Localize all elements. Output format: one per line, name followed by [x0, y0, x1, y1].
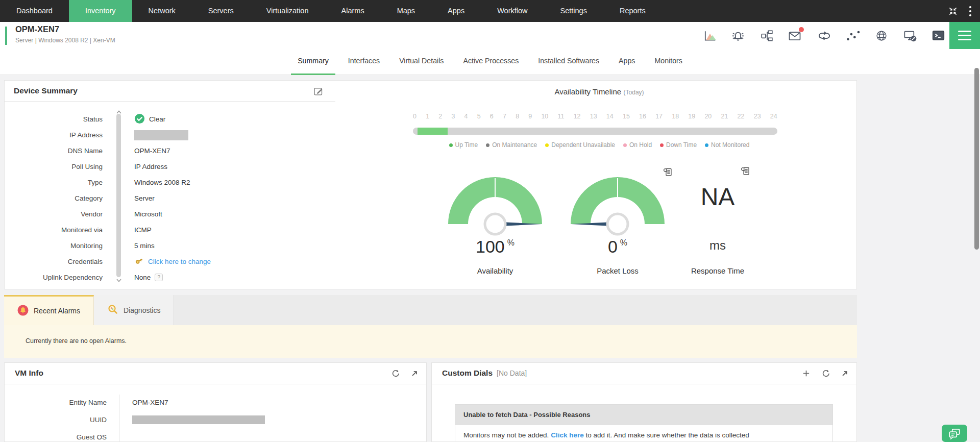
web-globe-icon[interactable]	[875, 29, 888, 42]
field-label: Category	[12, 194, 103, 202]
hamburger-menu-button[interactable]	[949, 22, 980, 49]
edit-icon[interactable]	[313, 86, 324, 99]
nav-item-apps[interactable]: Apps	[431, 0, 481, 22]
field-label: Poll Using	[12, 163, 103, 170]
gauge-label: Availability	[429, 266, 561, 275]
tab-active-processes[interactable]: Active Processes	[456, 49, 525, 75]
refresh-icon[interactable]	[391, 369, 400, 378]
hour-tick: 24	[770, 113, 777, 120]
alarm-bell-icon[interactable]	[731, 29, 745, 42]
tab-summary[interactable]: Summary	[291, 49, 335, 75]
nav-menu: DashboardInventoryNetworkServersVirtuali…	[0, 0, 662, 22]
field-value: ICMP	[134, 226, 330, 234]
device-summary-fields: Status Clear IP Address DNS Name OPM-XEN…	[12, 104, 330, 289]
hour-tick: 8	[516, 113, 519, 120]
legend-dot	[660, 143, 664, 147]
field-value: IP Address	[134, 163, 330, 170]
dependency-link-icon[interactable]	[817, 29, 832, 42]
hour-tick: 9	[528, 113, 532, 120]
vm-row-entity-name: Entity Name OPM-XEN7	[5, 397, 426, 408]
redacted-value	[132, 415, 265, 424]
hour-tick: 15	[623, 113, 630, 120]
vm-info-header: VM Info	[5, 363, 426, 384]
tab-apps[interactable]: Apps	[612, 49, 642, 75]
kebab-menu-icon[interactable]	[969, 6, 972, 17]
page-scrollbar-thumb[interactable]	[974, 68, 979, 250]
top-navigation: DashboardInventoryNetworkServersVirtuali…	[0, 0, 980, 22]
field-value: Clear	[134, 113, 330, 126]
scroll-down-icon[interactable]	[116, 276, 122, 285]
nav-item-maps[interactable]: Maps	[381, 0, 431, 22]
field-value: None?	[134, 274, 330, 281]
availability-gauge: 100% Availability	[429, 171, 561, 281]
credentials-change-link[interactable]: Click here to change	[148, 258, 211, 265]
error-body: Monitors may not be added. Click here to…	[455, 425, 832, 442]
summary-row-monitored-via: Monitored via ICMP	[12, 222, 330, 238]
collapse-icon[interactable]	[947, 6, 959, 17]
tab-diagnostics[interactable]: Diagnostics	[94, 295, 174, 325]
legend-not-monitored: Not Monitored	[705, 141, 749, 149]
field-label: Credentials	[12, 258, 103, 265]
refresh-icon[interactable]	[821, 369, 830, 378]
legend-on-maintenance: On Maintenance	[486, 141, 537, 149]
alarms-empty-panel: Currently there are no open Alarms.	[4, 325, 857, 358]
vm-info-fields: Entity Name OPM-XEN7 UUID Guest OS	[5, 397, 426, 442]
field-value: OPM-XEN7	[134, 147, 330, 155]
hour-tick: 7	[503, 113, 506, 120]
timeline-legend: Up TimeOn MaintenanceDependent Unavailab…	[362, 141, 837, 149]
device-tabs: SummaryInterfacesVirtual DetailsActive P…	[0, 49, 980, 75]
tab-recent-alarms[interactable]: Recent Alarms	[4, 295, 94, 325]
device-toolbar	[703, 22, 945, 49]
legend-dot	[705, 143, 708, 147]
workflow-icon[interactable]	[760, 29, 773, 42]
nav-item-dashboard[interactable]: Dashboard	[0, 0, 69, 22]
field-label: Type	[12, 179, 103, 186]
hour-tick: 12	[574, 113, 581, 120]
nav-item-inventory[interactable]: Inventory	[69, 0, 132, 22]
expand-icon[interactable]	[411, 370, 418, 377]
sparkline-icon[interactable]	[846, 29, 861, 42]
summary-row-uplink-dependency: Uplink Dependency None?	[12, 269, 330, 285]
response-time-readout: NA ms Response Time	[651, 171, 784, 281]
field-label: Monitoring	[12, 242, 103, 250]
summary-row-credentials: Credentials Click here to change	[12, 254, 330, 269]
nav-item-settings[interactable]: Settings	[544, 0, 603, 22]
nav-item-reports[interactable]: Reports	[603, 0, 662, 22]
field-label: UUID	[5, 416, 107, 424]
summary-row-category: Category Server	[12, 190, 330, 206]
legend-dot	[623, 143, 627, 147]
help-badge[interactable]: ?	[155, 274, 163, 281]
nav-item-alarms[interactable]: Alarms	[325, 0, 381, 22]
tab-virtual-details[interactable]: Virtual Details	[393, 49, 450, 75]
chat-support-button[interactable]	[942, 425, 967, 442]
chat-icon	[947, 427, 962, 442]
nav-item-servers[interactable]: Servers	[192, 0, 250, 22]
nav-item-network[interactable]: Network	[132, 0, 192, 22]
hour-tick: 23	[754, 113, 761, 120]
no-alarms-message: Currently there are no open Alarms.	[26, 337, 127, 345]
hour-tick: 18	[672, 113, 679, 120]
mail-icon[interactable]	[788, 29, 802, 42]
remote-connection-icon[interactable]	[903, 29, 917, 42]
hour-tick: 19	[688, 113, 695, 120]
terminal-icon[interactable]	[932, 29, 945, 42]
tab-interfaces[interactable]: Interfaces	[341, 49, 386, 75]
field-label: Uplink Dependency	[12, 274, 103, 281]
field-value	[132, 415, 265, 424]
scrollbar-thumb[interactable]	[116, 114, 121, 277]
tab-monitors[interactable]: Monitors	[648, 49, 689, 75]
add-monitor-link[interactable]: Click here	[551, 431, 584, 439]
tab-installed-softwares[interactable]: Installed Softwares	[531, 49, 606, 75]
performance-chart-icon[interactable]	[703, 29, 717, 42]
expand-icon[interactable]	[841, 370, 848, 377]
status-text: Clear	[149, 115, 165, 123]
add-dial-icon[interactable]	[802, 370, 810, 377]
nav-item-workflow[interactable]: Workflow	[481, 0, 544, 22]
field-label: Entity Name	[5, 399, 107, 406]
tab-label: Recent Alarms	[34, 307, 80, 315]
availability-timeline-bar[interactable]	[413, 128, 777, 135]
summary-row-monitoring: Monitoring 5 mins	[12, 238, 330, 254]
nav-item-virtualization[interactable]: Virtualization	[250, 0, 325, 22]
diagnostics-icon	[107, 304, 118, 316]
summary-scrollbar[interactable]	[116, 107, 122, 285]
